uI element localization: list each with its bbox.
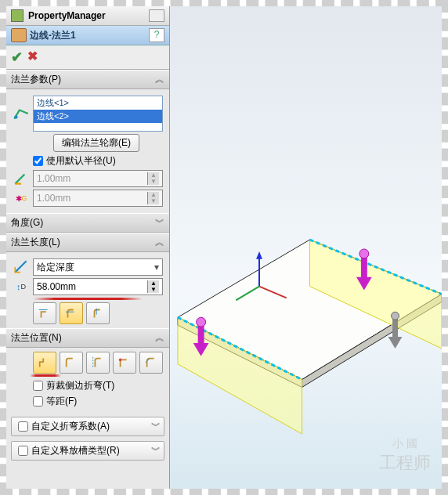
trim-side-row[interactable]: 剪裁侧边折弯(T) bbox=[13, 379, 163, 392]
bend-radius-icon bbox=[13, 172, 30, 186]
distance-input[interactable]: 58.00mm ▲▼ bbox=[33, 278, 163, 295]
trim-side-label: 剪裁侧边折弯(T) bbox=[46, 379, 114, 392]
position-tangent-button[interactable] bbox=[139, 352, 163, 374]
feature-bar: 边线-法兰1 ? bbox=[6, 26, 169, 45]
svg-marker-25 bbox=[388, 337, 403, 349]
gap-input: 1.00mm ▲▼ bbox=[33, 190, 163, 207]
equal-offset-row[interactable]: 等距(F) bbox=[13, 395, 163, 408]
edge-select-icon bbox=[13, 107, 30, 121]
chevron-down-icon: ︾ bbox=[151, 444, 161, 457]
pm-header: PropertyManager bbox=[6, 6, 169, 26]
bend-allowance-label: 自定义折弯系数(A) bbox=[31, 420, 110, 433]
highlight-underline-icon bbox=[30, 374, 61, 377]
svg-line-1 bbox=[15, 261, 26, 272]
section-params-header[interactable]: 法兰参数(P) ︽ bbox=[6, 70, 169, 89]
length-ref-outer-virtual-button[interactable] bbox=[33, 302, 56, 324]
chevron-down-icon: ▾ bbox=[154, 262, 159, 273]
edit-profile-button[interactable]: 编辑法兰轮廓(E) bbox=[53, 134, 139, 152]
cancel-button[interactable]: ✖ bbox=[27, 49, 38, 66]
bend-allowance-checkbox[interactable] bbox=[18, 421, 28, 432]
chevron-down-icon: ︾ bbox=[151, 420, 161, 433]
trim-side-checkbox[interactable] bbox=[33, 381, 43, 391]
gap-icon: ✱G bbox=[13, 191, 30, 205]
position-row bbox=[13, 352, 163, 374]
feature-name: 边线-法兰1 bbox=[30, 29, 76, 42]
relief-label: 自定义释放槽类型(R) bbox=[31, 444, 120, 457]
section-angle-header[interactable]: 角度(G) ︾ bbox=[6, 213, 169, 233]
spin-down[interactable]: ▼ bbox=[148, 287, 159, 293]
section-params-body: 边线<1> 边线<2> 编辑法兰轮廓(E) 使用默认半径(U) 1.00mm ▲… bbox=[6, 89, 169, 213]
confirm-bar: ✔ ✖ bbox=[6, 45, 169, 70]
section-position-header[interactable]: 法兰位置(N) ︽ bbox=[6, 328, 169, 348]
chevron-down-icon: ︾ bbox=[155, 216, 164, 229]
relief-checkbox[interactable] bbox=[18, 446, 28, 456]
list-item[interactable]: 边线<2> bbox=[34, 110, 162, 123]
distance-icon: ↕D bbox=[13, 280, 30, 294]
svg-point-26 bbox=[392, 312, 399, 320]
position-virtual-sharp-button[interactable] bbox=[113, 352, 136, 374]
pm-title: PropertyManager bbox=[28, 10, 106, 21]
position-material-outside-button[interactable] bbox=[60, 352, 83, 374]
relief-row[interactable]: 自定义释放槽类型(R) ︾ bbox=[11, 441, 164, 461]
list-item[interactable]: 边线<1> bbox=[34, 96, 162, 110]
end-condition-icon bbox=[13, 260, 30, 274]
equal-offset-checkbox[interactable] bbox=[33, 396, 43, 406]
svg-point-23 bbox=[197, 317, 206, 327]
length-ref-inner-virtual-button[interactable] bbox=[86, 302, 110, 324]
svg-point-0 bbox=[14, 115, 17, 118]
chevron-up-icon: ︽ bbox=[155, 236, 164, 249]
edge-list[interactable]: 边线<1> 边线<2> bbox=[33, 96, 163, 132]
ok-button[interactable]: ✔ bbox=[11, 49, 23, 66]
pm-icon bbox=[11, 9, 23, 22]
use-default-radius-row[interactable]: 使用默认半径(U) bbox=[13, 154, 163, 168]
use-default-radius-checkbox[interactable] bbox=[33, 156, 43, 166]
section-length-header[interactable]: 法兰长度(L) ︽ bbox=[6, 233, 169, 252]
bend-radius-input: 1.00mm ▲▼ bbox=[33, 170, 163, 187]
svg-point-6 bbox=[119, 359, 122, 362]
property-manager-panel: PropertyManager 边线-法兰1 ? ✔ ✖ 法兰参数(P) ︽ 边… bbox=[6, 6, 170, 489]
help-button[interactable]: ? bbox=[149, 28, 164, 42]
chevron-up-icon: ︽ bbox=[155, 331, 164, 345]
use-default-radius-label: 使用默认半径(U) bbox=[46, 154, 116, 168]
pin-icon[interactable] bbox=[149, 9, 164, 22]
highlight-underline-icon bbox=[33, 298, 143, 300]
section-length-title: 法兰长度(L) bbox=[11, 236, 60, 249]
equal-offset-label: 等距(F) bbox=[46, 395, 77, 408]
viewport-3d[interactable]: 小 國 工程师 bbox=[170, 6, 442, 489]
bend-allowance-row[interactable]: 自定义折弯系数(A) ︾ bbox=[11, 417, 164, 436]
edge-flange-icon bbox=[11, 28, 27, 42]
section-length-body: 给定深度 ▾ ↕D 58.00mm ▲▼ bbox=[6, 252, 169, 328]
svg-marker-15 bbox=[256, 251, 262, 259]
position-material-inside-button[interactable] bbox=[33, 352, 56, 374]
end-condition-dropdown[interactable]: 给定深度 ▾ bbox=[33, 258, 163, 276]
length-ref-tangent-button[interactable] bbox=[60, 302, 83, 324]
chevron-up-icon: ︽ bbox=[155, 73, 164, 86]
section-angle-title: 角度(G) bbox=[11, 216, 43, 229]
position-bend-outside-button[interactable] bbox=[86, 352, 110, 374]
length-ref-row bbox=[13, 302, 163, 324]
section-position-body: 剪裁侧边折弯(T) 等距(F) bbox=[6, 348, 169, 414]
section-position-title: 法兰位置(N) bbox=[11, 331, 62, 345]
model-preview bbox=[170, 6, 442, 489]
svg-point-20 bbox=[359, 249, 369, 258]
section-params-title: 法兰参数(P) bbox=[11, 73, 61, 86]
